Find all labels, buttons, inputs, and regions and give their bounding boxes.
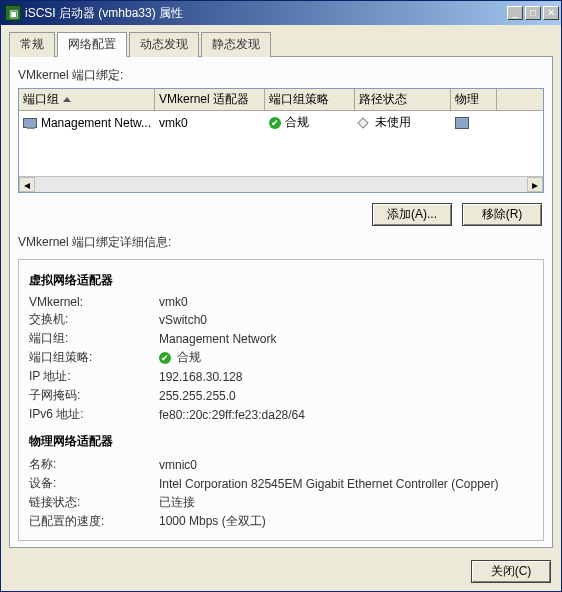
col-path-status[interactable]: 路径状态 xyxy=(355,89,451,110)
label-name: 名称: xyxy=(29,456,159,473)
value-name: vmnic0 xyxy=(159,458,533,472)
cell-physical xyxy=(451,115,497,131)
cell-adapter: vmk0 xyxy=(155,114,265,132)
label-device: 设备: xyxy=(29,475,159,492)
label-portgroup: 端口组: xyxy=(29,330,159,347)
nic-icon xyxy=(23,118,37,128)
col-adapter[interactable]: VMkernel 适配器 xyxy=(155,89,265,110)
port-binding-grid[interactable]: 端口组 VMkernel 适配器 端口组策略 路径状态 物理 Managemen… xyxy=(18,88,544,193)
row-name: 名称: vmnic0 xyxy=(29,456,533,473)
grid-header: 端口组 VMkernel 适配器 端口组策略 路径状态 物理 xyxy=(19,89,543,111)
row-switch: 交换机: vSwitch0 xyxy=(29,311,533,328)
label-policy: 端口组策略: xyxy=(29,349,159,366)
close-button[interactable]: 关闭(C) xyxy=(471,560,551,583)
titlebar[interactable]: ▣ iSCSI 启动器 (vmhba33) 属性 _ □ ✕ xyxy=(1,1,561,25)
cell-port-group: Management Netw... xyxy=(19,114,155,132)
minimize-button[interactable]: _ xyxy=(507,6,523,20)
value-ip: 192.168.30.128 xyxy=(159,370,533,384)
sort-asc-icon xyxy=(63,97,71,102)
check-ok-icon xyxy=(159,352,171,364)
row-portgroup: 端口组: Management Network xyxy=(29,330,533,347)
cell-path-status: 未使用 xyxy=(355,112,451,133)
tab-general[interactable]: 常规 xyxy=(9,32,55,57)
value-vmkernel: vmk0 xyxy=(159,295,533,309)
remove-button[interactable]: 移除(R) xyxy=(462,203,542,226)
value-device: Intel Corporation 82545EM Gigabit Ethern… xyxy=(159,477,533,491)
details-section-label: VMkernel 端口绑定详细信息: xyxy=(18,234,544,251)
table-row[interactable]: Management Netw... vmk0 合规 未使用 xyxy=(19,111,543,134)
row-device: 设备: Intel Corporation 82545EM Gigabit Et… xyxy=(29,475,533,492)
window-buttons: _ □ ✕ xyxy=(507,6,559,20)
label-ipv6: IPv6 地址: xyxy=(29,406,159,423)
row-speed: 已配置的速度: 1000 Mbps (全双工) xyxy=(29,513,533,530)
row-netmask: 子网掩码: 255.255.255.0 xyxy=(29,387,533,404)
label-switch: 交换机: xyxy=(29,311,159,328)
cell-port-group-text: Management Netw... xyxy=(41,116,151,130)
row-link: 链接状态: 已连接 xyxy=(29,494,533,511)
physical-adapter-header: 物理网络适配器 xyxy=(29,433,533,450)
label-ip: IP 地址: xyxy=(29,368,159,385)
col-physical[interactable]: 物理 xyxy=(451,89,497,110)
tab-static-discovery[interactable]: 静态发现 xyxy=(201,32,271,57)
value-policy: 合规 xyxy=(159,349,533,366)
scroll-track[interactable] xyxy=(35,177,527,192)
iscsi-properties-window: ▣ iSCSI 启动器 (vmhba33) 属性 _ □ ✕ 常规 网络配置 动… xyxy=(0,0,562,592)
row-ipv6: IPv6 地址: fe80::20c:29ff:fe23:da28/64 xyxy=(29,406,533,423)
label-netmask: 子网掩码: xyxy=(29,387,159,404)
tab-bar: 常规 网络配置 动态发现 静态发现 xyxy=(9,31,553,57)
col-portgroup-policy[interactable]: 端口组策略 xyxy=(265,89,355,110)
cell-policy-text: 合规 xyxy=(285,114,309,131)
check-ok-icon xyxy=(269,117,281,129)
app-icon: ▣ xyxy=(5,5,21,21)
binding-section-label: VMkernel 端口绑定: xyxy=(18,67,544,84)
virtual-adapter-header: 虚拟网络适配器 xyxy=(29,272,533,289)
tab-network-config[interactable]: 网络配置 xyxy=(57,32,127,57)
close-window-button[interactable]: ✕ xyxy=(543,6,559,20)
col-port-group[interactable]: 端口组 xyxy=(19,89,155,110)
value-portgroup: Management Network xyxy=(159,332,533,346)
scroll-left-button[interactable]: ◂ xyxy=(19,177,35,192)
value-link: 已连接 xyxy=(159,494,533,511)
label-link: 链接状态: xyxy=(29,494,159,511)
binding-button-row: 添加(A)... 移除(R) xyxy=(18,203,542,226)
label-speed: 已配置的速度: xyxy=(29,513,159,530)
value-speed: 1000 Mbps (全双工) xyxy=(159,513,533,530)
diamond-icon xyxy=(357,117,368,128)
maximize-button[interactable]: □ xyxy=(525,6,541,20)
value-switch: vSwitch0 xyxy=(159,313,533,327)
tab-content: VMkernel 端口绑定: 端口组 VMkernel 适配器 端口组策略 路径… xyxy=(9,57,553,548)
row-policy: 端口组策略: 合规 xyxy=(29,349,533,366)
dialog-bottom-row: 关闭(C) xyxy=(1,554,561,591)
binding-details: 虚拟网络适配器 VMkernel: vmk0 交换机: vSwitch0 端口组… xyxy=(18,259,544,541)
horizontal-scrollbar[interactable]: ◂ ▸ xyxy=(19,176,543,192)
cell-policy: 合规 xyxy=(265,112,355,133)
config-icon xyxy=(455,117,469,129)
label-vmkernel: VMkernel: xyxy=(29,295,159,309)
scroll-right-button[interactable]: ▸ xyxy=(527,177,543,192)
cell-path-status-text: 未使用 xyxy=(375,114,411,131)
tab-dynamic-discovery[interactable]: 动态发现 xyxy=(129,32,199,57)
value-ipv6: fe80::20c:29ff:fe23:da28/64 xyxy=(159,408,533,422)
add-button[interactable]: 添加(A)... xyxy=(372,203,452,226)
grid-body[interactable]: Management Netw... vmk0 合规 未使用 xyxy=(19,111,543,176)
value-policy-text: 合规 xyxy=(177,349,201,366)
col-port-group-label: 端口组 xyxy=(23,91,59,108)
window-title: iSCSI 启动器 (vmhba33) 属性 xyxy=(25,5,507,22)
row-vmkernel: VMkernel: vmk0 xyxy=(29,295,533,309)
row-ip: IP 地址: 192.168.30.128 xyxy=(29,368,533,385)
value-netmask: 255.255.255.0 xyxy=(159,389,533,403)
